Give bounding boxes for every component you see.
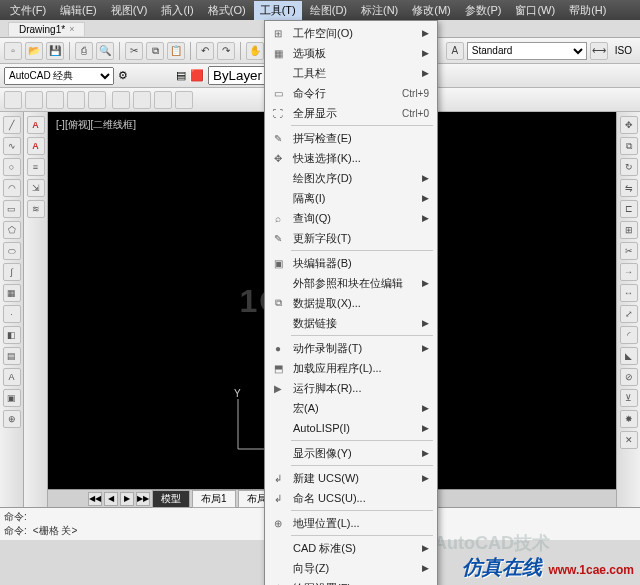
cut-button[interactable]: ✂ (125, 42, 143, 60)
paste-button[interactable]: 📋 (167, 42, 185, 60)
menu-modify[interactable]: 修改(M) (406, 1, 457, 20)
viewport-label[interactable]: [-][俯视][二维线框] (56, 118, 136, 132)
rotate-tool[interactable]: ↻ (620, 158, 638, 176)
prop-7[interactable] (133, 91, 151, 109)
menu-item[interactable]: ⊕地理位置(L)... (265, 513, 437, 533)
array-tool[interactable]: ⊞ (620, 221, 638, 239)
join-tool[interactable]: ⊻ (620, 389, 638, 407)
workspace-settings-button[interactable]: ⚙ (118, 69, 128, 82)
block-tool[interactable]: ▣ (3, 389, 21, 407)
menu-item[interactable]: 向导(Z)▶ (265, 558, 437, 578)
menu-item[interactable]: 工具栏▶ (265, 63, 437, 83)
menu-item[interactable]: ⧉数据提取(X)... (265, 293, 437, 313)
menu-view[interactable]: 视图(V) (105, 1, 154, 20)
prop-3[interactable] (46, 91, 64, 109)
polygon-tool[interactable]: ⬠ (3, 221, 21, 239)
chamfer-tool[interactable]: ◣ (620, 347, 638, 365)
menu-window[interactable]: 窗口(W) (509, 1, 561, 20)
layer-props-button[interactable]: ▤ (176, 69, 186, 82)
dim-style-icon[interactable]: ⟷ (590, 42, 608, 60)
fillet-tool[interactable]: ◜ (620, 326, 638, 344)
pan-button[interactable]: ✋ (246, 42, 264, 60)
prop-4[interactable] (67, 91, 85, 109)
scale-tool-r[interactable]: ⤢ (620, 305, 638, 323)
insert-tool[interactable]: ⊕ (3, 410, 21, 428)
workspace-dropdown[interactable]: AutoCAD 经典 (4, 67, 114, 85)
menu-item[interactable]: 显示图像(Y)▶ (265, 443, 437, 463)
trim-tool[interactable]: ✂ (620, 242, 638, 260)
menu-item[interactable]: 宏(A)▶ (265, 398, 437, 418)
menu-item[interactable]: 绘图次序(D)▶ (265, 168, 437, 188)
menu-format[interactable]: 格式(O) (202, 1, 252, 20)
tab-nav-last[interactable]: ▶▶ (136, 492, 150, 506)
tab-layout1[interactable]: 布局1 (192, 490, 236, 508)
copy-button[interactable]: ⧉ (146, 42, 164, 60)
text-a-tool[interactable]: A (27, 137, 45, 155)
prop-1[interactable] (4, 91, 22, 109)
mtext-a-tool[interactable]: A (27, 116, 45, 134)
preview-button[interactable]: 🔍 (96, 42, 114, 60)
menu-tools[interactable]: 工具(T) (254, 1, 302, 20)
tab-nav-prev[interactable]: ◀ (104, 492, 118, 506)
menu-item[interactable]: ✎拼写检查(E) (265, 128, 437, 148)
menu-item[interactable]: ⊞工作空间(O)▶ (265, 23, 437, 43)
extend-tool[interactable]: → (620, 263, 638, 281)
menu-dimension[interactable]: 标注(N) (355, 1, 404, 20)
command-input[interactable]: <栅格 关> (33, 524, 77, 538)
menu-item[interactable]: 隔离(I)▶ (265, 188, 437, 208)
tab-nav-next[interactable]: ▶ (120, 492, 134, 506)
spline-tool[interactable]: ∫ (3, 263, 21, 281)
circle-tool[interactable]: ○ (3, 158, 21, 176)
region-tool[interactable]: ◧ (3, 326, 21, 344)
menu-item[interactable]: ⬒加载应用程序(L)... (265, 358, 437, 378)
tab-nav-first[interactable]: ◀◀ (88, 492, 102, 506)
menu-item[interactable]: AutoLISP(I)▶ (265, 418, 437, 438)
menu-item[interactable]: CAD 标准(S)▶ (265, 538, 437, 558)
hatch-tool[interactable]: ▦ (3, 284, 21, 302)
open-button[interactable]: 📂 (25, 42, 43, 60)
menu-item[interactable]: ↲新建 UCS(W)▶ (265, 468, 437, 488)
prop-8[interactable] (154, 91, 172, 109)
polyline-tool[interactable]: ∿ (3, 137, 21, 155)
menu-item[interactable]: ↲命名 UCS(U)... (265, 488, 437, 508)
prop-5[interactable] (88, 91, 106, 109)
close-icon[interactable]: × (69, 24, 74, 34)
ellipse-tool[interactable]: ⬭ (3, 242, 21, 260)
undo-button[interactable]: ↶ (196, 42, 214, 60)
menu-item[interactable]: ✎更新字段(T) (265, 228, 437, 248)
menu-item[interactable]: ●动作录制器(T)▶ (265, 338, 437, 358)
table-tool[interactable]: ▤ (3, 347, 21, 365)
move-tool[interactable]: ✥ (620, 116, 638, 134)
doc-tab[interactable]: Drawing1* × (8, 22, 85, 36)
menu-item[interactable]: ⚙绘图设置(F)... (265, 578, 437, 585)
scale-tool[interactable]: ⇲ (27, 179, 45, 197)
offset-tool[interactable]: ⊏ (620, 200, 638, 218)
menu-draw[interactable]: 绘图(D) (304, 1, 353, 20)
print-button[interactable]: ⎙ (75, 42, 93, 60)
mirror-tool[interactable]: ⇋ (620, 179, 638, 197)
menu-insert[interactable]: 插入(I) (155, 1, 199, 20)
erase-tool[interactable]: ✕ (620, 431, 638, 449)
stretch-tool[interactable]: ↔ (620, 284, 638, 302)
break-tool[interactable]: ⊘ (620, 368, 638, 386)
mtext-tool[interactable]: A (3, 368, 21, 386)
prop-2[interactable] (25, 91, 43, 109)
menu-item[interactable]: 外部参照和块在位编辑▶ (265, 273, 437, 293)
text-style-icon[interactable]: A (446, 42, 464, 60)
redo-button[interactable]: ↷ (217, 42, 235, 60)
prop-9[interactable] (175, 91, 193, 109)
text-style-dropdown[interactable]: Standard (467, 42, 587, 60)
menu-help[interactable]: 帮助(H) (563, 1, 612, 20)
menu-item[interactable]: 数据链接▶ (265, 313, 437, 333)
prop-6[interactable] (112, 91, 130, 109)
menu-item[interactable]: ▭命令行Ctrl+9 (265, 83, 437, 103)
menu-item[interactable]: ▶运行脚本(R)... (265, 378, 437, 398)
point-tool[interactable]: · (3, 305, 21, 323)
tab-model[interactable]: 模型 (152, 490, 190, 508)
arc-tool[interactable]: ◠ (3, 179, 21, 197)
menu-item[interactable]: ▦选项板▶ (265, 43, 437, 63)
new-button[interactable]: ▫ (4, 42, 22, 60)
copy-tool[interactable]: ⧉ (620, 137, 638, 155)
menu-item[interactable]: ▣块编辑器(B) (265, 253, 437, 273)
rect-tool[interactable]: ▭ (3, 200, 21, 218)
